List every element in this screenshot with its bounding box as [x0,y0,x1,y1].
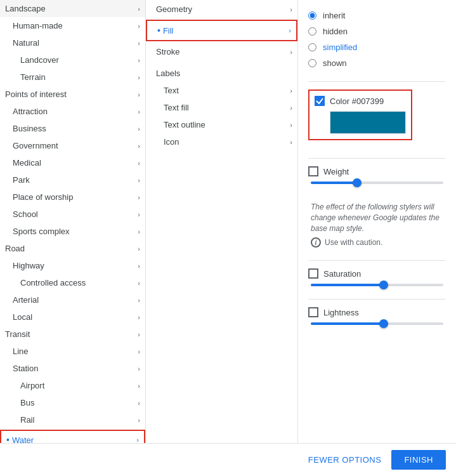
chevron-right-icon: › [290,87,292,95]
weight-slider[interactable] [311,182,443,184]
middle-item-text-outline[interactable]: Text outline › [146,116,297,133]
chevron-right-icon: › [289,27,291,34]
footer: FEWER OPTIONS FINISH [0,443,456,476]
sidebar-item-attraction[interactable]: Attraction › [0,103,145,120]
weight-label: Weight [323,167,349,176]
middle-item-icon[interactable]: Icon › [146,133,297,150]
chevron-right-icon: › [138,228,140,235]
info-icon: i [311,237,321,248]
color-section: Color #007399 [308,89,412,140]
chevron-right-icon: › [138,125,140,133]
saturation-slider[interactable] [311,284,443,286]
sidebar-item-landscape[interactable]: Landscape › [0,0,145,17]
divider [308,81,446,82]
sidebar-item-natural[interactable]: Natural › [0,34,145,51]
middle-item-geometry[interactable]: Geometry › [146,0,297,18]
weight-header: Weight [308,166,446,176]
chevron-right-icon: › [138,159,140,167]
chevron-right-icon: › [138,279,140,287]
chevron-right-icon: › [290,138,292,146]
lightness-slider-fill [311,322,384,325]
visibility-radio-group: inherit hidden simplified shown [308,8,446,71]
bullet-icon: • [6,435,10,443]
bullet-icon: • [157,25,160,36]
lightness-header: Lightness [308,307,446,317]
chevron-right-icon: › [138,5,140,13]
lightness-slider-thumb[interactable] [379,319,388,328]
finish-button[interactable]: FINISH [391,450,446,470]
radio-shown[interactable]: shown [308,55,446,71]
middle-labels-header: Labels [146,61,297,82]
sidebar-item-local[interactable]: Local › [0,308,145,326]
chevron-right-icon: › [138,416,140,424]
radio-hidden[interactable]: hidden [308,23,446,39]
radio-inherit[interactable]: inherit [308,8,446,23]
sidebar-item-rail[interactable]: Rail › [0,411,145,428]
sidebar-item-station[interactable]: Station › [0,360,145,377]
color-header: Color #007399 [315,96,406,106]
chevron-right-icon: › [138,39,140,47]
chevron-right-icon: › [136,436,139,443]
caution-note-text: Use with caution. [325,238,382,247]
sidebar-item-arterial[interactable]: Arterial › [0,291,145,308]
divider [308,299,446,300]
color-label: Color #007399 [330,96,384,106]
sidebar-item-road[interactable]: Road › [0,240,145,257]
fewer-options-button[interactable]: FEWER OPTIONS [308,455,382,465]
chevron-right-icon: › [138,262,140,270]
sidebar-item-medical[interactable]: Medical › [0,154,145,171]
middle-item-text[interactable]: Text › [146,82,297,99]
sidebar-item-human-made[interactable]: Human-made › [0,17,145,34]
chevron-right-icon: › [138,142,140,150]
sidebar-item-terrain[interactable]: Terrain › [0,69,145,86]
sidebar-item-government[interactable]: Government › [0,137,145,154]
chevron-right-icon: › [138,211,140,218]
color-swatch[interactable] [330,111,406,134]
chevron-right-icon: › [138,314,140,321]
chevron-right-icon: › [138,74,140,81]
divider [308,158,446,159]
saturation-section: Saturation [308,268,446,286]
chevron-right-icon: › [138,108,140,116]
middle-item-text-fill[interactable]: Text fill › [146,99,297,116]
sidebar-item-park[interactable]: Park › [0,171,145,188]
chevron-right-icon: › [138,382,140,390]
lightness-slider[interactable] [311,322,443,325]
sidebar-item-poi[interactable]: Points of interest › [0,86,145,103]
weight-section: Weight [308,166,446,184]
middle-item-fill[interactable]: • Fill › [146,20,297,41]
sidebar-item-sports-complex[interactable]: Sports complex › [0,223,145,240]
chevron-right-icon: › [290,6,292,13]
weight-slider-fill [311,182,357,184]
sidebar-item-landcover[interactable]: Landcover › [0,51,145,69]
lightness-checkbox[interactable] [308,307,318,317]
sidebar-item-bus[interactable]: Bus › [0,394,145,411]
middle-item-stroke[interactable]: Stroke › [146,43,297,61]
sidebar-item-highway[interactable]: Highway › [0,257,145,274]
chevron-right-icon: › [290,104,292,112]
chevron-right-icon: › [290,121,292,129]
left-panel: Landscape › Human-made › Natural › Landc… [0,0,146,443]
saturation-checkbox[interactable] [308,268,318,279]
main-container: Landscape › Human-made › Natural › Landc… [0,0,456,443]
sidebar-item-place-of-worship[interactable]: Place of worship › [0,188,145,206]
sidebar-item-school[interactable]: School › [0,206,145,223]
chevron-right-icon: › [138,176,140,184]
saturation-slider-thumb[interactable] [379,281,388,289]
sidebar-item-controlled-access[interactable]: Controlled access › [0,274,145,291]
radio-simplified[interactable]: simplified [308,39,446,55]
sidebar-item-transit[interactable]: Transit › [0,326,145,343]
chevron-right-icon: › [138,365,140,373]
sidebar-item-water[interactable]: • Water › [0,430,145,443]
chevron-right-icon: › [138,56,140,64]
sidebar-item-business[interactable]: Business › [0,120,145,137]
chevron-right-icon: › [290,48,292,56]
weight-slider-thumb[interactable] [353,178,362,187]
weight-checkbox[interactable] [308,166,318,176]
sidebar-item-airport[interactable]: Airport › [0,377,145,394]
caution-box: The effect of the following stylers will… [308,197,446,253]
sidebar-item-line[interactable]: Line › [0,343,145,360]
check-icon [316,97,323,105]
lightness-section: Lightness [308,307,446,325]
color-checkbox[interactable] [315,96,325,106]
